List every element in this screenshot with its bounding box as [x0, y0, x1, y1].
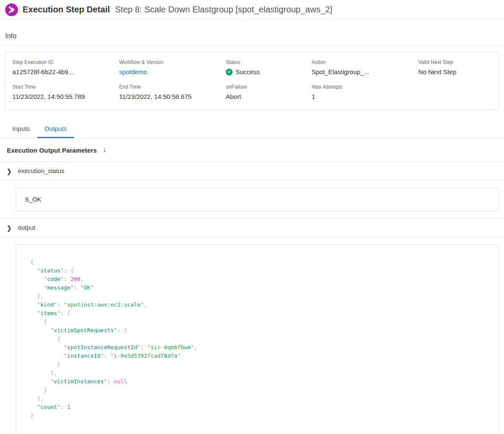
tab-inputs[interactable]: Inputs: [5, 120, 37, 138]
field-value: 11/23/2022, 14:50:58.675: [119, 93, 226, 100]
execution-status-value-box: S_OK: [16, 188, 499, 211]
field-label: Step Execution ID: [12, 59, 119, 65]
field-label: Max Attempts: [312, 84, 418, 90]
field-label: Status: [226, 59, 312, 65]
status-badge: ✓ Success: [226, 68, 312, 75]
page-title: Execution Step Detail: [23, 5, 110, 14]
param-name: output: [18, 224, 35, 231]
field-valid-next-step: Valid Next Step No Next Step: [418, 59, 492, 75]
field-value: Abort: [226, 93, 312, 100]
field-value: No Next Step: [418, 68, 492, 75]
field-label: onFailure: [226, 84, 312, 90]
field-status: Status ✓ Success: [226, 59, 312, 75]
success-check-icon: ✓: [226, 69, 233, 75]
field-start-time: Start Time 11/23/2022, 14:50:55.789: [12, 84, 119, 100]
field-label: Action: [312, 59, 418, 65]
field-label: Start Time: [12, 84, 119, 90]
output-parameters-header: Execution Output Parameters ↓: [0, 138, 504, 162]
output-json-box: { "status": { "code": 200, "message": "O…: [16, 244, 499, 434]
info-card: Step Execution ID a125728f-6b22-4b9... W…: [5, 52, 499, 110]
field-action: Action Spot_Elastigroup_...: [312, 59, 418, 75]
param-row-execution-status[interactable]: ❯ execution_status: [0, 162, 504, 180]
param-name: execution_status: [18, 168, 64, 174]
field-workflow-version: Workflow & Version spotdemo: [119, 59, 226, 75]
field-max-attempts: Max Attempts 1: [312, 84, 418, 100]
workflow-link[interactable]: spotdemo: [119, 68, 226, 75]
field-label: Valid Next Step: [418, 59, 492, 65]
field-value: a125728f-6b22-4b9...: [12, 68, 119, 75]
page-subtitle: Step 8: Scale Down Elastgroup [spot_elas…: [115, 5, 332, 14]
field-label: Workflow & Version: [119, 59, 226, 65]
field-step-execution-id: Step Execution ID a125728f-6b22-4b9...: [12, 59, 119, 75]
field-label: End Time: [119, 84, 226, 90]
field-value: 1: [312, 93, 418, 100]
field-value: 11/23/2022, 14:50:55.789: [12, 93, 119, 100]
page-header: Execution Step Detail Step 8: Scale Down…: [0, 0, 504, 20]
app-logo-icon: [5, 3, 18, 16]
chevron-right-icon[interactable]: ❯: [7, 224, 12, 231]
param-row-output[interactable]: ❯ output: [0, 218, 504, 237]
output-parameters-title: Execution Output Parameters: [7, 147, 97, 154]
json-code: { "status": { "code": 200, "message": "O…: [30, 258, 490, 420]
field-value: Spot_Elastigroup_...: [312, 68, 418, 75]
tab-bar: Inputs Outputs: [0, 120, 504, 138]
status-text: Success: [236, 68, 260, 75]
info-section-heading: Info: [0, 20, 504, 46]
tab-outputs[interactable]: Outputs: [37, 120, 74, 138]
download-icon[interactable]: ↓: [103, 146, 107, 154]
field-end-time: End Time 11/23/2022, 14:50:58.675: [119, 84, 226, 100]
field-onfailure: onFailure Abort: [226, 84, 312, 100]
field-empty: [418, 84, 492, 100]
chevron-right-icon[interactable]: ❯: [7, 167, 12, 174]
